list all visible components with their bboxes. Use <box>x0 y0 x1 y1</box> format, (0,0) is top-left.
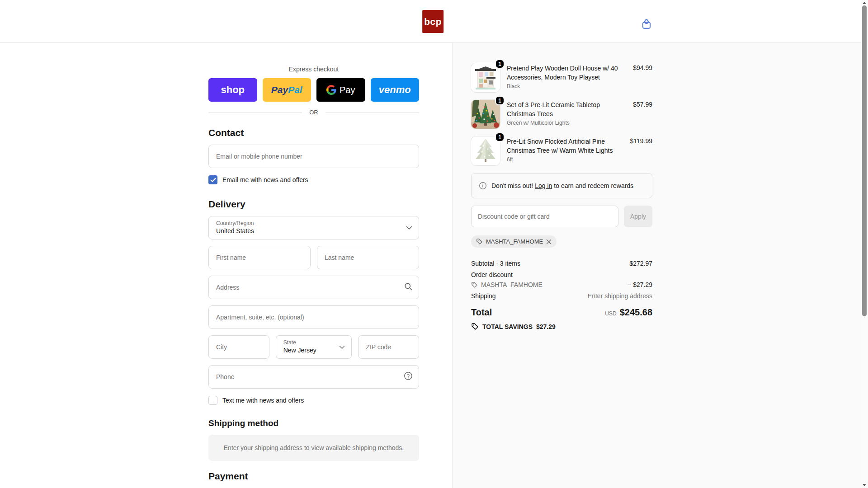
sms-news-label: Text me with news and offers <box>222 397 304 404</box>
chevron-down-icon <box>406 224 412 232</box>
rewards-text-prefix: Don't miss out! <box>491 182 533 189</box>
country-value: United States <box>216 227 411 235</box>
item-title: Pre-Lit Snow Flocked Artificial Pine Chr… <box>507 137 623 155</box>
applied-discount-code: MASHTA_FAMHOME <box>486 238 543 245</box>
state-select[interactable]: State New Jersey <box>276 335 352 359</box>
search-icon <box>404 282 413 293</box>
order-summary-pane: 1 Pretend Play Wooden Doll House w/ 40 A… <box>453 43 868 488</box>
apartment-field[interactable] <box>208 305 419 329</box>
discount-amount: − $27.29 <box>627 281 652 288</box>
state-value: New Jersey <box>283 346 344 354</box>
item-variant: 6ft <box>507 156 623 163</box>
paypal-button[interactable]: PayPal <box>263 78 311 102</box>
shop-pay-button[interactable]: shop <box>208 78 257 102</box>
scrollbar-up-arrow[interactable] <box>863 2 866 4</box>
apply-discount-button[interactable]: Apply <box>624 206 652 227</box>
sms-news-checkbox[interactable] <box>208 396 217 405</box>
order-discount-label: Order discount <box>471 271 513 278</box>
info-icon <box>479 182 487 190</box>
total-label: Total <box>471 307 492 318</box>
country-select[interactable]: Country/Region United States <box>208 216 419 239</box>
shipping-method-heading: Shipping method <box>208 418 419 428</box>
address-field[interactable] <box>208 276 419 299</box>
express-checkout-buttons: shop PayPal Pay <box>208 78 419 102</box>
item-price: $57.99 <box>633 100 652 129</box>
contact-heading: Contact <box>208 127 419 138</box>
item-title: Set of 3 Pre-Lit Ceramic Tabletop Christ… <box>507 101 626 118</box>
country-label: Country/Region <box>216 220 411 226</box>
item-price: $94.99 <box>633 63 652 92</box>
google-pay-button[interactable]: Pay <box>316 78 365 102</box>
rewards-text-suffix: to earn and redeem rewards <box>554 182 633 189</box>
item-variant: Black <box>507 83 626 89</box>
state-label: State <box>283 339 344 346</box>
delivery-heading: Delivery <box>208 199 419 210</box>
shipping-method-notice: Enter your shipping address to view avai… <box>208 435 419 461</box>
header: bcp <box>0 0 868 43</box>
currency-code: USD <box>605 310 616 317</box>
svg-text:?: ? <box>407 373 410 379</box>
rewards-banner: Don't miss out! Log in to earn and redee… <box>471 173 652 198</box>
log-in-link[interactable]: Log in <box>535 182 552 189</box>
page-scrollbar[interactable] <box>861 0 868 488</box>
shipping-label: Shipping <box>471 292 496 300</box>
discount-code-input[interactable] <box>471 206 618 227</box>
checkout-page: bcp Express checkout shop PayPal <box>0 0 868 488</box>
tag-icon <box>476 238 483 245</box>
or-text: OR <box>309 109 318 116</box>
savings-tag-icon <box>471 323 479 330</box>
gpay-label: Pay <box>340 85 355 95</box>
subtotal-label: Subtotal · 3 items <box>471 260 520 267</box>
applied-discount-chip: MASHTA_FAMHOME <box>471 235 557 248</box>
discount-code-label: MASHTA_FAMHOME <box>481 281 542 288</box>
cart-bag-icon[interactable] <box>641 18 652 30</box>
item-title: Pretend Play Wooden Doll House w/ 40 Acc… <box>507 64 626 82</box>
last-name-field[interactable] <box>317 246 419 269</box>
scrollbar-down-arrow[interactable] <box>863 484 866 486</box>
venmo-button[interactable]: venmo <box>371 78 420 102</box>
total-value: $245.68 <box>620 307 652 318</box>
subtotal-value: $272.97 <box>629 260 652 267</box>
total-savings-value: $27.29 <box>536 323 556 330</box>
google-g-icon <box>326 85 336 95</box>
zip-code-field[interactable] <box>358 335 419 359</box>
chevron-down-icon <box>339 343 345 351</box>
help-question-icon[interactable]: ? <box>404 371 413 382</box>
email-news-label: Email me with news and offers <box>222 176 308 183</box>
quantity-badge: 1 <box>495 59 505 69</box>
email-field[interactable] <box>208 145 419 168</box>
email-news-checkbox[interactable] <box>208 175 217 184</box>
payment-heading: Payment <box>208 471 419 482</box>
express-checkout-label: Express checkout <box>208 66 419 73</box>
paypal-wordmark-pay: Pay <box>271 84 288 95</box>
total-savings-label: TOTAL SAVINGS <box>482 323 533 330</box>
remove-discount-icon[interactable] <box>546 239 552 244</box>
tag-icon <box>471 282 478 288</box>
scrollbar-thumb[interactable] <box>862 5 867 316</box>
phone-field[interactable] <box>208 365 419 389</box>
main-pane: Express checkout shop PayPal <box>0 43 453 488</box>
item-price: $119.99 <box>630 136 652 165</box>
quantity-badge: 1 <box>495 132 505 142</box>
cart-item: 1 Set of 3 Pre-Lit Ceramic Tabletop Chri… <box>471 100 652 129</box>
paypal-wordmark-pal: Pal <box>288 84 302 95</box>
quantity-badge: 1 <box>495 96 505 105</box>
city-field[interactable] <box>208 335 269 359</box>
first-name-field[interactable] <box>208 246 311 269</box>
shipping-value: Enter shipping address <box>588 292 652 300</box>
or-divider: OR <box>208 109 419 116</box>
store-logo[interactable]: bcp <box>422 10 443 33</box>
cart-item: 1 Pretend Play Wooden Doll House w/ 40 A… <box>471 63 652 92</box>
item-variant: Green w/ Multicolor Lights <box>507 120 626 126</box>
cart-item: 1 Pre-Lit Snow Flocked Artificial Pine C… <box>471 136 652 165</box>
